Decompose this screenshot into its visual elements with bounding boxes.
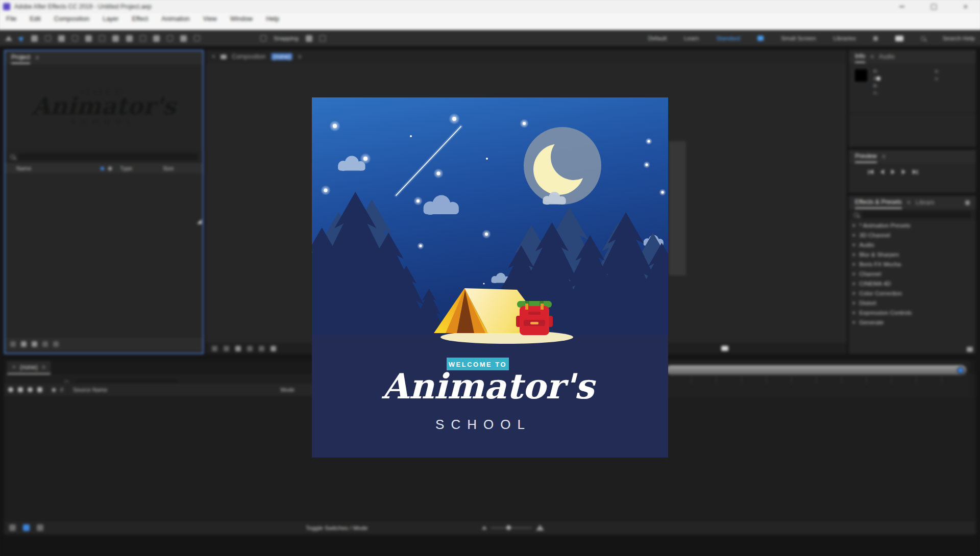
tag-icon[interactable] [108, 166, 113, 171]
shape-tool-icon[interactable] [99, 35, 105, 41]
chevron-right-icon[interactable]: ▶ [853, 320, 855, 324]
zoom-slider-handle[interactable] [506, 525, 511, 530]
create-folder-icon[interactable] [21, 341, 27, 347]
minimize-icon[interactable] [899, 6, 904, 7]
snap-option-2-icon[interactable] [320, 35, 326, 41]
panel-list-icon[interactable] [965, 200, 970, 205]
selection-tool-icon[interactable] [18, 35, 26, 42]
column-number[interactable]: # [60, 387, 63, 393]
search-help-label[interactable]: Search Help [943, 35, 975, 41]
project-search-input[interactable] [19, 153, 198, 160]
tab-audio[interactable]: Audio [879, 53, 895, 60]
workspace-default[interactable]: Default [648, 35, 667, 41]
solo-icon[interactable] [28, 387, 33, 392]
chevron-right-icon[interactable]: ▶ [853, 282, 855, 286]
video-visibility-icon[interactable] [8, 387, 13, 392]
panel-menu-icon[interactable]: ≡ [882, 153, 886, 160]
workspace-libraries[interactable]: Libraries [834, 35, 856, 41]
menu-composition[interactable]: Composition [54, 15, 89, 30]
active-camera-icon[interactable] [721, 346, 728, 351]
category-channel[interactable]: ▶Channel [849, 269, 976, 279]
roto-brush-tool-icon[interactable] [180, 35, 187, 42]
type-tool-icon[interactable] [126, 35, 133, 42]
search-icon[interactable] [854, 213, 859, 217]
workspace-overflow-icon[interactable] [873, 36, 878, 41]
hand-tool-icon[interactable] [31, 35, 38, 42]
mask-visibility-icon[interactable] [235, 346, 241, 351]
pan-behind-tool-icon[interactable] [85, 35, 92, 42]
close-tab-icon[interactable]: × [212, 53, 215, 60]
panel-menu-icon[interactable]: ≡ [298, 53, 301, 60]
panel-menu-icon[interactable]: ≡ [35, 54, 39, 61]
tab-libraries[interactable]: Libraries [916, 199, 934, 206]
snapping-label[interactable]: Snapping [274, 35, 299, 41]
project-item-list[interactable] [5, 174, 203, 337]
chevron-right-icon[interactable]: ▶ [853, 223, 855, 228]
column-source-name[interactable]: Source Name [73, 387, 107, 393]
column-name[interactable]: Name [16, 165, 31, 171]
menu-effect[interactable]: Effect [132, 15, 148, 30]
chevron-right-icon[interactable]: ▶ [853, 291, 855, 295]
category-cinema-4d[interactable]: ▶CINEMA 4D [849, 279, 976, 288]
region-of-interest-icon[interactable] [247, 346, 253, 351]
audio-icon[interactable] [18, 387, 23, 392]
delete-item-icon[interactable] [53, 341, 59, 347]
category-blur-sharpen[interactable]: ▶Blur & Sharpen [849, 249, 976, 259]
transparency-grid-icon[interactable] [259, 346, 264, 351]
play-icon[interactable] [891, 169, 895, 174]
category-3d-channel[interactable]: ▶3D Channel [849, 230, 976, 240]
menu-edit[interactable]: Edit [30, 15, 41, 30]
expand-layers-icon[interactable] [9, 524, 16, 531]
time-ruler[interactable] [666, 377, 966, 384]
label-color-dot-icon[interactable] [101, 167, 104, 170]
search-help-icon[interactable] [921, 36, 925, 41]
menu-help[interactable]: Help [266, 15, 279, 30]
menu-file[interactable]: File [6, 15, 16, 30]
first-frame-icon[interactable] [868, 169, 873, 174]
window-close-icon[interactable]: × [963, 4, 968, 9]
chevron-right-icon[interactable]: ▶ [853, 252, 855, 257]
chevron-right-icon[interactable]: ▶ [853, 262, 855, 266]
category-animation-presets[interactable]: ▶* Animation Presets [849, 220, 976, 230]
workspace-small-screen[interactable]: Small Screen [781, 35, 816, 41]
camera-tool-icon[interactable] [72, 35, 78, 41]
column-size[interactable]: Size [163, 165, 174, 171]
clone-stamp-tool-icon[interactable] [153, 35, 160, 42]
effects-search-input[interactable] [863, 211, 971, 218]
panel-menu-icon[interactable]: ≡ [42, 364, 45, 371]
graph-editor-icon[interactable] [23, 524, 30, 531]
chevron-right-icon[interactable]: ▶ [853, 272, 855, 276]
menu-layer[interactable]: Layer [103, 15, 118, 30]
panel-menu-icon[interactable]: ≡ [870, 53, 874, 60]
menu-view[interactable]: View [203, 15, 217, 30]
workspace-standard[interactable]: Standard [717, 35, 741, 41]
previous-frame-icon[interactable] [880, 169, 884, 174]
project-settings-icon[interactable] [42, 341, 48, 347]
tab-preview[interactable]: Preview [855, 150, 877, 163]
snap-option-icon[interactable] [306, 35, 312, 42]
composition-name-value[interactable]: (none) [271, 53, 293, 60]
zoom-slider[interactable] [491, 527, 532, 528]
shy-layers-icon[interactable] [37, 524, 43, 531]
grid-guides-icon[interactable] [224, 346, 229, 351]
interpret-footage-icon[interactable] [10, 341, 16, 347]
last-frame-icon[interactable] [913, 169, 918, 174]
workspace-learn[interactable]: Learn [684, 35, 699, 41]
menu-animation[interactable]: Animation [161, 15, 190, 30]
category-generate[interactable]: ▶Generate [849, 317, 976, 327]
close-tab-icon[interactable]: × [12, 364, 16, 371]
category-boris-fx-mocha[interactable]: ▶Boris FX Mocha [849, 259, 976, 269]
pen-tool-icon[interactable] [112, 35, 119, 42]
camera-view-icon[interactable] [271, 346, 276, 351]
chevron-right-icon[interactable]: ▶ [853, 233, 855, 237]
magnification-icon[interactable] [212, 346, 217, 351]
tab-effects-presets[interactable]: Effects & Presets [855, 196, 902, 209]
time-navigator-handle[interactable] [957, 367, 964, 374]
tab-timeline-none[interactable]: × (none) ≡ [7, 361, 51, 374]
brush-tool-icon[interactable] [140, 35, 146, 41]
next-frame-icon[interactable] [902, 169, 905, 174]
lock-icon[interactable] [37, 387, 42, 392]
puppet-pin-tool-icon[interactable] [194, 35, 200, 41]
chevron-right-icon[interactable]: ▶ [853, 311, 855, 315]
category-audio[interactable]: ▶Audio [849, 240, 976, 249]
